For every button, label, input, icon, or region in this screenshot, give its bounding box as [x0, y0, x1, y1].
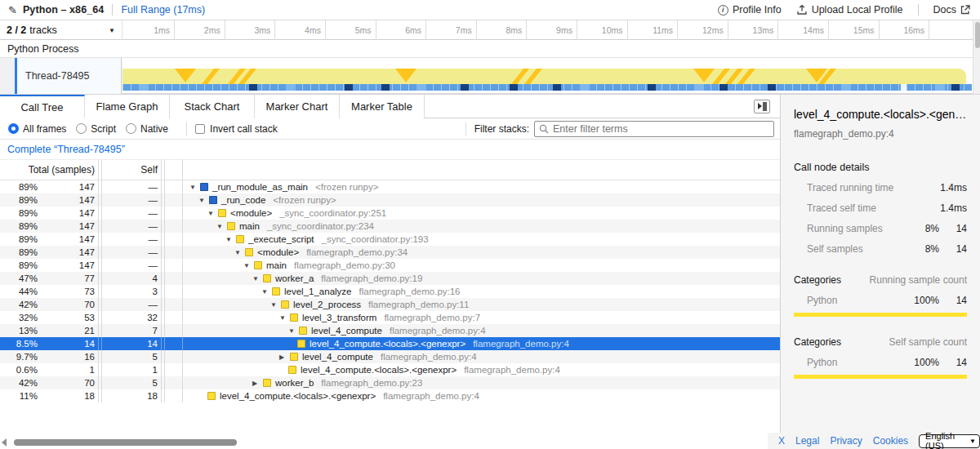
collapse-arrow-icon[interactable]: ▼ — [225, 236, 236, 243]
table-row[interactable]: 89%147—▼_run_code<frozen runpy> — [0, 193, 780, 207]
function-file: _sync_coordinator.py:234 — [267, 221, 374, 231]
collapse-arrow-icon[interactable]: ▼ — [234, 249, 245, 256]
radio-label: Native — [140, 123, 168, 135]
detail-row: Traced self time1.4ms — [794, 202, 967, 214]
table-row[interactable]: 89%147—▼<module>_sync_coordinator.py:251 — [0, 207, 780, 220]
tab-stack-chart[interactable]: Stack Chart — [170, 95, 255, 118]
cell-total-percent: 32% — [0, 313, 41, 322]
edit-profile-name-icon[interactable]: ✎ — [8, 4, 17, 16]
collapse-arrow-icon[interactable]: ▼ — [270, 301, 281, 309]
category-breakdowns: CategoriesRunning sample countPython100%… — [794, 274, 967, 379]
function-file: flamegraph_demo.py:23 — [321, 378, 422, 388]
detail-label: Traced running time — [794, 182, 905, 193]
profile-info-button[interactable]: i Profile Info — [718, 4, 782, 16]
frame-filter-radios: All framesScriptNative — [8, 123, 178, 135]
table-row[interactable]: 42%705▶worker_bflamegraph_demo.py:23 — [0, 376, 780, 389]
cell-total-percent: 89% — [0, 260, 41, 270]
thread-track-label[interactable]: Thread-78495 — [15, 58, 122, 94]
function-name: <module> — [230, 208, 272, 218]
thread-activity-graph[interactable] — [122, 58, 973, 94]
sidebar-toggle-button[interactable] — [754, 100, 770, 113]
column-self[interactable]: Self — [102, 164, 161, 176]
collapse-arrow-icon[interactable]: ▼ — [189, 184, 200, 191]
upload-profile-button[interactable]: Upload Local Profile — [796, 4, 903, 16]
timeline-header: 2 / 2 tracks ▼ 1ms2ms3ms4ms5ms6ms7ms8ms9… — [0, 20, 980, 40]
function-name: level_1_analyze — [284, 287, 351, 296]
category-swatch-blue — [209, 196, 217, 204]
radio-all-frames[interactable]: All frames — [8, 123, 76, 135]
cell-total-samples: 147 — [41, 247, 98, 257]
collapse-arrow-icon[interactable]: ▼ — [216, 223, 227, 230]
invert-checkbox[interactable] — [195, 124, 205, 134]
invert-call-stack-toggle[interactable]: Invert call stack — [195, 123, 278, 135]
breadcrumb-root-link[interactable]: Complete “Thread-78495” — [7, 144, 125, 155]
cell-total-percent: 47% — [0, 273, 41, 283]
table-row[interactable]: 32%5332▼level_3_transformflamegraph_demo… — [0, 311, 780, 324]
category-swatch-yellow — [254, 261, 262, 269]
expand-arrow-icon[interactable]: ▶ — [252, 380, 263, 387]
radio-native[interactable]: Native — [126, 123, 178, 135]
tab-flame-graph[interactable]: Flame Graph — [85, 95, 170, 118]
tab-call-tree[interactable]: Call Tree — [0, 95, 85, 118]
table-row[interactable]: 13%217▼level_4_computeflamegraph_demo.py… — [0, 324, 780, 337]
table-row[interactable]: 8.5%1414level_4_compute.<locals>.<genexp… — [0, 337, 780, 350]
categories-subtitle: Running sample count — [870, 274, 967, 286]
thread-track-row: Thread-78495 — [0, 58, 980, 94]
function-name: level_3_transform — [302, 313, 376, 322]
docs-link[interactable]: Docs — [933, 4, 970, 16]
table-row[interactable]: 89%147—▼<module>flamegraph_demo.py:34 — [0, 246, 780, 259]
cell-function: level_4_compute.<locals>.<genexpr>flameg… — [183, 391, 780, 401]
footer-link-privacy[interactable]: Privacy — [830, 435, 862, 447]
cell-gap — [165, 285, 183, 298]
table-row[interactable]: 89%147—▼_run_module_as_main<frozen runpy… — [0, 180, 780, 193]
timeline-vertical-scrollbar[interactable] — [973, 20, 980, 94]
table-row[interactable]: 89%147—▼_execute_script_sync_coordinator… — [0, 233, 780, 246]
footer-link-legal[interactable]: Legal — [795, 435, 819, 447]
cell-self: — — [102, 195, 161, 205]
tracks-dropdown-button[interactable]: 2 / 2 tracks ▼ — [0, 20, 122, 40]
table-row[interactable]: 44%733▼level_1_analyzeflamegraph_demo.py… — [0, 285, 780, 298]
full-range-link[interactable]: Full Range (17ms) — [121, 4, 205, 16]
cell-total-percent: 89% — [0, 208, 41, 218]
table-row[interactable]: 47%774▼worker_aflamegraph_demo.py:19 — [0, 272, 780, 285]
table-row[interactable]: 9.7%165▶level_4_computeflamegraph_demo.p… — [0, 350, 780, 363]
chevron-down-icon: ▼ — [109, 27, 115, 34]
cell-function: ▼_run_module_as_main<frozen runpy> — [183, 182, 780, 192]
cell-total-percent: 89% — [0, 247, 41, 257]
process-track-row[interactable]: Python Process — [0, 40, 980, 58]
collapse-arrow-icon[interactable]: ▼ — [243, 262, 254, 269]
divider — [466, 122, 466, 136]
column-total[interactable]: Total (samples) — [0, 164, 98, 176]
collapse-arrow-icon[interactable]: ▼ — [252, 275, 263, 282]
collapse-arrow-icon[interactable]: ▼ — [279, 314, 290, 322]
function-name: level_4_compute.<locals>.<genexpr> — [220, 391, 376, 401]
category-swatch-yellow — [227, 222, 235, 230]
language-select[interactable]: English (US)▼ — [919, 434, 980, 448]
table-row[interactable]: 89%147—▼mainflamegraph_demo.py:30 — [0, 259, 780, 272]
tab-marker-chart[interactable]: Marker Chart — [255, 95, 340, 118]
tab-marker-table[interactable]: Marker Table — [340, 95, 425, 118]
table-row[interactable]: 89%147—▼main_sync_coordinator.py:234 — [0, 220, 780, 233]
collapse-arrow-icon[interactable]: ▼ — [207, 210, 218, 217]
cell-gap — [165, 337, 183, 350]
category-swatch-yellow — [218, 209, 226, 217]
cell-total-percent: 9.7% — [0, 352, 41, 362]
radio-script[interactable]: Script — [76, 123, 126, 135]
cell-self: — — [102, 234, 161, 244]
collapse-arrow-icon[interactable]: ▼ — [198, 197, 209, 204]
collapse-arrow-icon[interactable]: ▼ — [288, 327, 299, 335]
horizontal-scrollbar-thumb[interactable] — [14, 439, 237, 446]
table-row[interactable]: 0.6%11level_4_compute.<locals>.<genexpr>… — [0, 363, 780, 376]
table-row[interactable]: 11%1818level_4_compute.<locals>.<genexpr… — [0, 389, 780, 402]
table-row[interactable]: 42%70—▼level_2_processflamegraph_demo.py… — [0, 298, 780, 311]
cell-total-samples: 18 — [41, 391, 98, 401]
filter-stacks-input[interactable] — [553, 123, 769, 135]
collapse-arrow-icon[interactable]: ▼ — [261, 288, 272, 296]
footer-link-cookies[interactable]: Cookies — [873, 435, 908, 447]
hscroll-left-arrow[interactable] — [2, 438, 7, 447]
info-icon: i — [718, 5, 728, 16]
call-node-details-heading: Call node details — [794, 162, 967, 173]
cell-total-samples: 147 — [41, 182, 98, 192]
footer-link-x[interactable]: X — [778, 435, 785, 447]
expand-arrow-icon[interactable]: ▶ — [279, 353, 290, 361]
